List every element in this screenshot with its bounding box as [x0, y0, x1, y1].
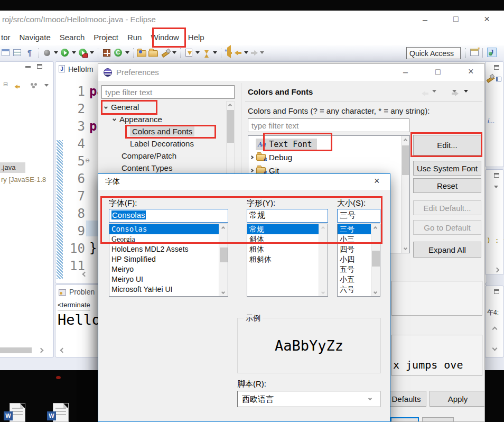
- expander-icon[interactable]: [250, 169, 254, 172]
- font-list-scrollbar[interactable]: [219, 224, 228, 296]
- tree-item-debug[interactable]: a Debug: [250, 153, 292, 162]
- outline-list-icon[interactable]: [496, 77, 501, 81]
- quick-access-input[interactable]: Quick Access: [406, 47, 461, 59]
- new-class-icon[interactable]: C: [114, 48, 123, 58]
- format-dropdown-icon[interactable]: [172, 51, 176, 54]
- scroll-right-icon[interactable]: [39, 348, 44, 353]
- scrollbar-thumb[interactable]: [372, 251, 380, 267]
- close-icon[interactable]: ×: [484, 15, 490, 23]
- view-menu-icon[interactable]: [44, 84, 49, 87]
- reset-button[interactable]: Reset: [413, 178, 481, 193]
- font-list-item[interactable]: Meiryo UI: [109, 274, 228, 285]
- tree-item-text-font[interactable]: Aa Text Font: [256, 139, 317, 150]
- menu-item-project[interactable]: Project: [94, 33, 118, 42]
- scroll-down-icon[interactable]: [321, 290, 325, 294]
- maximize-icon[interactable]: □: [453, 15, 459, 23]
- font-list-item[interactable]: HP Simplified: [109, 254, 228, 264]
- style-list-item[interactable]: 斜体: [247, 234, 328, 244]
- style-list-scrollbar[interactable]: [319, 224, 328, 296]
- import-dropdown-icon[interactable]: [195, 51, 200, 54]
- open-perspective-button-icon[interactable]: [470, 49, 479, 56]
- scroll-down-icon[interactable]: [404, 246, 407, 250]
- ok-button[interactable]: [390, 417, 419, 422]
- debug-dropdown-icon[interactable]: [54, 51, 58, 54]
- open-type-icon[interactable]: [137, 48, 147, 58]
- tree-item-general[interactable]: General: [105, 101, 139, 113]
- scrollbar-thumb[interactable]: [402, 145, 409, 175]
- collapse-all-icon[interactable]: ⊟: [3, 81, 8, 88]
- go-to-default-button[interactable]: Go to Default: [413, 220, 481, 235]
- colors-fonts-filter-input[interactable]: [248, 118, 409, 132]
- edit-default-button[interactable]: Edit Default...: [413, 200, 481, 215]
- forward-dropdown-icon[interactable]: [452, 90, 456, 93]
- scroll-down-icon[interactable]: [221, 290, 225, 294]
- console-scroll-left-icon[interactable]: [60, 348, 66, 353]
- scroll-up-icon[interactable]: [228, 104, 232, 107]
- apply-button[interactable]: Apply: [430, 391, 485, 407]
- show-whitespace-icon[interactable]: ¶: [25, 48, 34, 58]
- tree-item-compare-patch[interactable]: Compare/Patch: [122, 150, 176, 161]
- format-brush-icon[interactable]: [161, 48, 170, 58]
- scroll-right-icon[interactable]: [494, 268, 500, 273]
- font-name-input[interactable]: Consolas: [109, 209, 228, 223]
- back-dropdown-icon[interactable]: [432, 90, 436, 93]
- expander-icon[interactable]: [250, 155, 254, 159]
- horizontal-scrollbar-thumb[interactable]: [0, 347, 32, 353]
- font-dialog-title-bar[interactable]: 字体 ×: [98, 174, 390, 190]
- show-view-icon[interactable]: [13, 48, 23, 58]
- expand-all-button[interactable]: Expand All: [413, 242, 481, 258]
- font-tree-scrollbar[interactable]: [401, 136, 409, 253]
- scroll-up-icon[interactable]: [321, 226, 325, 230]
- scroll-down-icon[interactable]: [492, 346, 498, 351]
- minimize-icon[interactable]: –: [403, 68, 408, 77]
- pin-icon[interactable]: [486, 74, 494, 82]
- expander-icon[interactable]: [113, 117, 116, 121]
- tab-problems[interactable]: Problen: [69, 288, 95, 296]
- close-icon[interactable]: ×: [374, 176, 380, 187]
- fold-marker-icon[interactable]: ⊖: [85, 157, 90, 164]
- font-style-input[interactable]: 常规: [247, 209, 328, 223]
- edit-button[interactable]: Edit...: [413, 135, 481, 155]
- scrollbar-thumb[interactable]: [220, 247, 228, 262]
- scroll-up-icon[interactable]: [221, 226, 225, 230]
- view-menu-icon[interactable]: [494, 186, 498, 188]
- tree-item-label-decorations[interactable]: Label Decorations: [130, 137, 194, 149]
- maximize-view-icon[interactable]: [37, 64, 42, 69]
- style-list-item[interactable]: 粗体: [247, 244, 328, 254]
- menu-item-search[interactable]: Search: [60, 33, 85, 42]
- import-icon[interactable]: [185, 49, 192, 57]
- menu-item-run[interactable]: Run: [127, 33, 142, 42]
- last-edit-location-icon[interactable]: [225, 50, 232, 56]
- debug-icon[interactable]: [42, 48, 52, 58]
- maximize-view-icon[interactable]: [494, 173, 499, 178]
- export-dropdown-icon[interactable]: [213, 51, 217, 54]
- editor-tab-helloimooc[interactable]: HelloIm: [68, 65, 93, 74]
- size-list-scrollbar[interactable]: [371, 224, 380, 296]
- word-document-icon[interactable]: W: [53, 403, 69, 422]
- style-list-item[interactable]: 常规: [247, 224, 328, 234]
- expander-icon[interactable]: [104, 105, 108, 108]
- style-list-item[interactable]: 粗斜体: [247, 254, 328, 264]
- run-icon[interactable]: [60, 48, 70, 58]
- menu-item-navigate[interactable]: Navigate: [20, 33, 51, 42]
- word-document-icon[interactable]: W: [10, 403, 25, 422]
- font-list-item[interactable]: HoloLens MDL2 Assets: [109, 244, 228, 254]
- scrollbar-thumb[interactable]: [227, 110, 234, 143]
- link-editor-icon[interactable]: [14, 85, 20, 89]
- tree-item-colors-and-fonts[interactable]: Colors and Fonts: [130, 125, 194, 137]
- run-dropdown-icon[interactable]: [72, 51, 76, 54]
- open-perspective-icon[interactable]: [2, 48, 11, 58]
- editor-scroll-left-icon[interactable]: [82, 272, 88, 277]
- history-back-icon[interactable]: [422, 91, 429, 96]
- junit-icon[interactable]: [102, 48, 111, 58]
- script-select[interactable]: 西欧语言: [237, 391, 380, 407]
- forward-dropdown-icon[interactable]: [260, 51, 264, 54]
- maximize-icon[interactable]: □: [435, 68, 441, 76]
- scroll-up-icon[interactable]: [492, 327, 498, 332]
- back-icon[interactable]: [235, 50, 242, 56]
- scroll-down-icon[interactable]: [374, 290, 377, 294]
- tree-item-appearance[interactable]: Appearance: [113, 113, 162, 125]
- maximize-view-icon[interactable]: [494, 289, 499, 294]
- open-resource-icon[interactable]: [149, 48, 158, 58]
- font-list-item[interactable]: Consolas: [109, 224, 228, 234]
